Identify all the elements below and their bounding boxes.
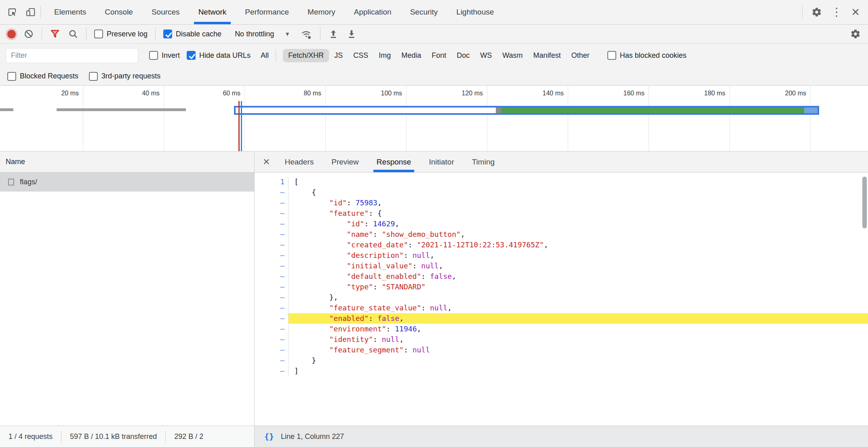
- inspect-element-icon[interactable]: [6, 6, 18, 18]
- filter-type-css[interactable]: CSS: [348, 49, 373, 62]
- code-gutter-marker[interactable]: –: [255, 261, 289, 271]
- code-gutter-marker[interactable]: –: [255, 292, 289, 303]
- export-har-icon[interactable]: [346, 29, 357, 39]
- import-har-icon[interactable]: [328, 29, 339, 39]
- code-content: "created_date": "2021-11-12T10:22:53.419…: [289, 240, 868, 250]
- code-gutter-marker[interactable]: –: [255, 240, 289, 250]
- code-gutter-marker[interactable]: –: [255, 208, 289, 219]
- timeline-grid-line: [568, 86, 568, 151]
- filter-type-other[interactable]: Other: [566, 49, 595, 62]
- tab-sources[interactable]: Sources: [142, 0, 189, 24]
- request-row-flags[interactable]: flags/: [0, 173, 254, 192]
- name-column-header[interactable]: Name: [0, 152, 254, 173]
- throttling-dropdown[interactable]: No throttling ▼: [235, 30, 290, 38]
- code-content: "name": "show_demo_button",: [289, 229, 868, 240]
- filter-type-fetch-xhr[interactable]: Fetch/XHR: [283, 49, 329, 62]
- blocked-requests-label[interactable]: Blocked Requests: [20, 72, 78, 80]
- vertical-scrollbar-thumb[interactable]: [862, 177, 867, 228]
- filter-type-font[interactable]: Font: [426, 49, 451, 62]
- tab-performance[interactable]: Performance: [236, 0, 298, 24]
- filter-input[interactable]: [6, 48, 138, 63]
- code-content: }: [289, 355, 868, 366]
- detail-tab-response[interactable]: Response: [368, 152, 420, 172]
- network-conditions-icon[interactable]: [300, 28, 312, 40]
- tab-elements[interactable]: Elements: [45, 0, 95, 24]
- filter-funnel-icon[interactable]: [50, 29, 60, 39]
- more-options-kebab-icon[interactable]: ⋮: [831, 6, 842, 18]
- has-blocked-cookies-checkbox[interactable]: [607, 51, 616, 60]
- code-gutter-marker[interactable]: –: [255, 219, 289, 229]
- code-content: "identity": null,: [289, 334, 868, 345]
- hide-data-urls-checkbox[interactable]: [187, 51, 196, 60]
- code-gutter-marker[interactable]: –: [255, 345, 289, 355]
- filter-type-doc[interactable]: Doc: [451, 49, 475, 62]
- timeline-tick-label: 100 ms: [341, 90, 402, 97]
- code-gutter-marker[interactable]: –: [255, 229, 289, 240]
- tab-network[interactable]: Network: [189, 0, 236, 24]
- search-icon[interactable]: [68, 29, 78, 39]
- tab-application[interactable]: Application: [345, 0, 401, 24]
- invert-label[interactable]: Invert: [162, 51, 180, 60]
- close-details-icon[interactable]: ✕: [257, 152, 276, 172]
- device-toolbar-icon[interactable]: [25, 6, 36, 18]
- code-gutter-marker[interactable]: –: [255, 282, 289, 292]
- network-settings-gear-icon[interactable]: [850, 29, 861, 39]
- filter-type-js[interactable]: JS: [329, 49, 348, 62]
- invert-checkbox[interactable]: [149, 51, 158, 60]
- timeline-grid-line: [649, 86, 649, 151]
- code-gutter-marker[interactable]: –: [255, 303, 289, 313]
- code-gutter-marker[interactable]: 1: [255, 177, 289, 187]
- code-gutter-marker[interactable]: –: [255, 271, 289, 282]
- detail-tabs: HeadersPreviewResponseInitiatorTiming: [276, 152, 504, 172]
- third-party-requests-label[interactable]: 3rd-party requests: [101, 72, 160, 80]
- tab-security[interactable]: Security: [401, 0, 447, 24]
- code-line: – "description": null,: [255, 250, 868, 261]
- code-gutter-marker[interactable]: –: [255, 324, 289, 334]
- has-blocked-cookies-label[interactable]: Has blocked cookies: [620, 51, 687, 60]
- record-network-log-button[interactable]: [7, 30, 16, 38]
- blocked-requests-checkbox[interactable]: [7, 72, 16, 81]
- code-line: –]: [255, 366, 868, 376]
- close-devtools-icon[interactable]: ✕: [851, 7, 860, 17]
- settings-gear-icon[interactable]: [811, 7, 822, 17]
- code-gutter-marker[interactable]: –: [255, 334, 289, 345]
- preserve-log-checkbox[interactable]: [94, 30, 103, 38]
- timeline-grid-line: [729, 86, 730, 151]
- tab-console[interactable]: Console: [95, 0, 142, 24]
- code-gutter-marker[interactable]: –: [255, 198, 289, 208]
- network-overview-timeline[interactable]: 20 ms40 ms60 ms80 ms100 ms120 ms140 ms16…: [0, 86, 868, 152]
- third-party-requests-checkbox[interactable]: [89, 72, 98, 81]
- hide-data-urls-label[interactable]: Hide data URLs: [199, 51, 251, 60]
- filter-type-img[interactable]: Img: [373, 49, 396, 62]
- filter-type-manifest[interactable]: Manifest: [528, 49, 566, 62]
- code-gutter-marker[interactable]: –: [255, 187, 289, 198]
- overview-bar-segment-grey: [496, 108, 501, 113]
- code-gutter-marker[interactable]: –: [255, 355, 289, 366]
- tab-memory[interactable]: Memory: [298, 0, 345, 24]
- filter-type-media[interactable]: Media: [396, 49, 426, 62]
- preserve-log-label[interactable]: Preserve log: [107, 30, 147, 38]
- code-content: [: [289, 177, 868, 187]
- detail-tab-initiator[interactable]: Initiator: [420, 152, 463, 172]
- code-gutter-marker[interactable]: –: [255, 313, 289, 324]
- code-content: "id": 14629,: [289, 219, 868, 229]
- tab-lighthouse[interactable]: Lighthouse: [447, 0, 503, 24]
- load-event-line: [238, 101, 240, 151]
- detail-tab-preview[interactable]: Preview: [322, 152, 368, 172]
- code-gutter-marker[interactable]: –: [255, 250, 289, 261]
- code-line: – "type": "STANDARD": [255, 282, 868, 292]
- request-document-icon: [8, 179, 14, 186]
- pretty-print-icon[interactable]: {}: [264, 432, 274, 441]
- code-gutter-marker[interactable]: –: [255, 366, 289, 376]
- detail-tab-headers[interactable]: Headers: [276, 152, 322, 172]
- clear-network-log-icon[interactable]: [23, 29, 34, 39]
- disable-cache-checkbox[interactable]: [163, 30, 172, 38]
- timeline-tick-label: 140 ms: [503, 90, 564, 97]
- filter-type-ws[interactable]: WS: [475, 49, 497, 62]
- detail-tab-timing[interactable]: Timing: [463, 152, 504, 172]
- filter-type-all[interactable]: All: [261, 51, 269, 60]
- filter-type-wasm[interactable]: Wasm: [497, 49, 528, 62]
- disable-cache-label[interactable]: Disable cache: [176, 30, 221, 38]
- hide-data-urls-group: Hide data URLs: [187, 51, 251, 60]
- code-content: "environment": 11946,: [289, 324, 868, 334]
